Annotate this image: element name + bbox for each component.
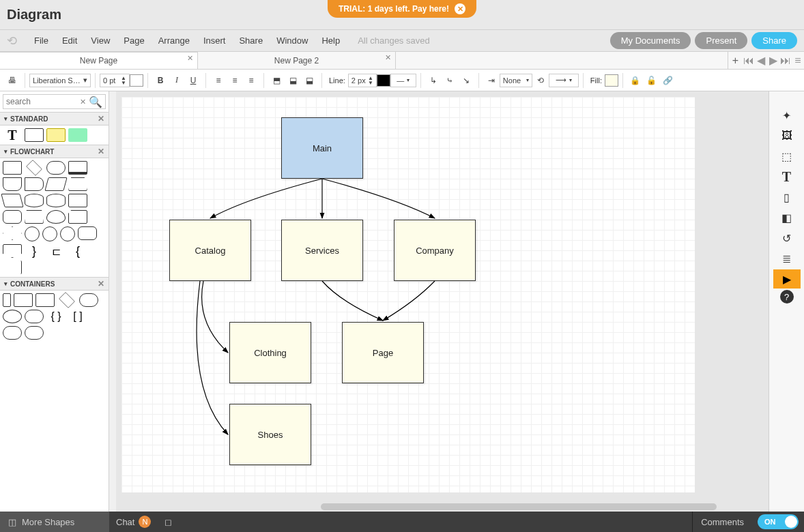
menu-insert[interactable]: Insert <box>197 35 233 46</box>
menu-share[interactable]: Share <box>232 35 270 46</box>
navigator-icon[interactable]: ✦ <box>773 106 801 125</box>
close-icon[interactable]: ✕ <box>385 53 391 62</box>
unlock-icon[interactable]: 🔓 <box>644 73 659 88</box>
share-button[interactable]: Share <box>751 32 797 49</box>
node-services[interactable]: Services <box>281 220 363 281</box>
present-button[interactable]: Present <box>695 32 747 49</box>
section-containers[interactable]: ▾ CONTAINERS ✕ <box>0 277 109 291</box>
menu-page[interactable]: Page <box>117 35 151 46</box>
masterpage-icon[interactable]: ⬚ <box>773 147 801 166</box>
page-icon[interactable]: ▯ <box>773 188 801 207</box>
more-shapes-button[interactable]: ◫ More Shapes <box>0 512 109 532</box>
shape-trapezoid[interactable] <box>68 177 87 191</box>
menu-edit[interactable]: Edit <box>55 35 84 46</box>
my-documents-button[interactable]: My Documents <box>610 32 691 49</box>
shape-delay[interactable] <box>46 210 66 224</box>
trial-banner[interactable]: TRIAL: 1 days left. Pay here! ✕ <box>328 0 476 18</box>
close-icon[interactable]: ✕ <box>98 279 104 289</box>
shape-term2[interactable] <box>79 293 98 307</box>
endpoint-icon[interactable]: ⇥ <box>484 73 499 88</box>
shape-note[interactable] <box>46 128 66 142</box>
shape-text[interactable]: T <box>3 128 22 142</box>
connector-curve-icon[interactable]: ↳ <box>426 73 441 88</box>
shape-vlane[interactable] <box>3 293 11 307</box>
link-icon[interactable]: 🔗 <box>661 73 676 88</box>
line-color-swatch[interactable] <box>377 74 390 87</box>
shape-connector[interactable] <box>25 226 40 241</box>
menu-help[interactable]: Help <box>315 35 347 46</box>
node-catalog[interactable]: Catalog <box>169 220 251 281</box>
close-icon[interactable]: ✕ <box>455 3 465 14</box>
shape-ellipse[interactable] <box>3 310 22 323</box>
shape-stored[interactable] <box>25 177 44 191</box>
shape-process[interactable] <box>3 161 22 175</box>
fill-color-swatch[interactable] <box>605 74 618 87</box>
image-icon[interactable]: 🖼 <box>773 126 801 145</box>
shape-brace2[interactable]: { } <box>46 310 66 323</box>
shape-or[interactable] <box>60 226 75 241</box>
add-tab-button[interactable]: + <box>728 52 743 69</box>
shape-brace-left[interactable]: { <box>68 244 87 258</box>
first-page-icon[interactable]: ⏮ <box>743 52 755 69</box>
font-size-input[interactable]: 0 pt▲▼ <box>100 74 130 87</box>
shape-frame[interactable] <box>35 293 55 307</box>
shape-rect[interactable] <box>25 128 44 142</box>
section-standard[interactable]: ▾ STANDARD ✕ <box>0 112 109 125</box>
shape-note-left[interactable]: ⊏ <box>46 244 66 258</box>
shape-card[interactable] <box>68 210 87 224</box>
lock-icon[interactable]: 🔒 <box>628 73 643 88</box>
valign-top-icon[interactable]: ⬒ <box>269 73 284 88</box>
menu-window[interactable]: Window <box>270 35 315 46</box>
shape-data[interactable] <box>44 177 67 191</box>
bold-button[interactable]: B <box>153 73 168 88</box>
font-select[interactable]: Liberation S…▾ <box>29 74 91 87</box>
shape-display[interactable] <box>3 177 22 191</box>
align-center-icon[interactable]: ≡ <box>227 73 242 88</box>
layers-icon[interactable]: ≣ <box>773 249 801 268</box>
shape-roundrect[interactable] <box>25 310 44 323</box>
horizontal-scrollbar[interactable] <box>321 503 717 510</box>
tab-new-page-2[interactable]: New Page 2 ✕ <box>198 52 396 69</box>
node-shoes[interactable]: Shoes <box>229 404 311 465</box>
comments-toggle[interactable]: ON <box>758 514 799 529</box>
node-main[interactable]: Main <box>281 117 363 179</box>
shape-database[interactable] <box>25 194 44 207</box>
comments-button[interactable]: Comments <box>692 512 752 532</box>
style-icon[interactable]: ◧ <box>773 208 801 227</box>
shape-internal[interactable] <box>68 194 87 207</box>
chat-button[interactable]: Chat N <box>109 512 158 532</box>
node-page[interactable]: Page <box>342 322 424 383</box>
shape-sort[interactable] <box>3 226 22 240</box>
shape-swimlane[interactable] <box>3 261 22 274</box>
clear-icon[interactable]: ✕ <box>80 98 86 106</box>
shape-merge[interactable] <box>3 244 22 258</box>
shape-decision[interactable] <box>26 160 42 176</box>
print-icon[interactable]: 🖶 <box>5 73 20 88</box>
text-color-swatch[interactable] <box>130 74 143 87</box>
next-page-icon[interactable]: ▶ <box>767 52 779 69</box>
menu-arrange[interactable]: Arrange <box>152 35 197 46</box>
node-company[interactable]: Company <box>394 220 476 281</box>
last-page-icon[interactable]: ⏭ <box>779 52 792 69</box>
menu-view[interactable]: View <box>84 35 117 46</box>
italic-button[interactable]: I <box>169 73 184 88</box>
line-width-input[interactable]: 2 px▲▼ <box>348 74 377 87</box>
shape-terminator[interactable] <box>46 161 66 175</box>
shape-pill[interactable] <box>3 326 22 340</box>
canvas-area[interactable]: MainCatalogServicesCompanyClothingPageSh… <box>116 91 769 512</box>
maximize-icon[interactable]: ◻ <box>158 517 179 527</box>
text-tool-icon[interactable]: T <box>773 167 801 186</box>
arrow-end-select[interactable]: ⟶▾ <box>549 74 579 87</box>
shape-manual[interactable] <box>25 210 44 224</box>
node-clothing[interactable]: Clothing <box>229 322 311 383</box>
shape-highlight[interactable] <box>68 128 87 142</box>
shape-brace[interactable]: } <box>25 244 44 258</box>
search-input[interactable]: ✕ 🔍 <box>3 94 106 109</box>
presentation-icon[interactable]: ▶ <box>773 269 801 289</box>
help-icon[interactable]: ? <box>780 290 794 304</box>
connector-elbow-icon[interactable]: ⤷ <box>442 73 457 88</box>
align-right-icon[interactable]: ≡ <box>244 73 259 88</box>
close-icon[interactable]: ✕ <box>187 54 193 63</box>
history-icon[interactable]: ↺ <box>773 228 801 248</box>
shape-document[interactable] <box>3 210 22 224</box>
